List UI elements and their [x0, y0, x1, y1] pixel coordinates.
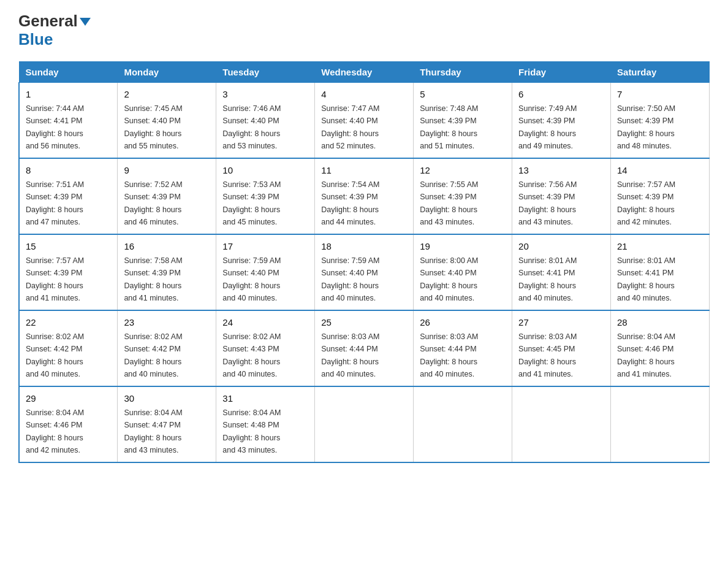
day-number: 5: [420, 88, 506, 102]
day-info: Sunrise: 7:44 AMSunset: 4:41 PMDaylight:…: [26, 104, 84, 150]
day-number: 25: [321, 316, 407, 330]
day-info: Sunrise: 7:57 AMSunset: 4:39 PMDaylight:…: [26, 256, 84, 302]
day-info: Sunrise: 8:00 AMSunset: 4:40 PMDaylight:…: [420, 256, 478, 302]
day-info: Sunrise: 8:04 AMSunset: 4:46 PMDaylight:…: [617, 332, 675, 378]
day-info: Sunrise: 7:51 AMSunset: 4:39 PMDaylight:…: [26, 180, 84, 226]
day-number: 3: [222, 88, 308, 102]
weekday-header-wednesday: Wednesday: [315, 61, 414, 82]
day-info: Sunrise: 8:04 AMSunset: 4:46 PMDaylight:…: [26, 408, 84, 454]
day-cell: 20Sunrise: 8:01 AMSunset: 4:41 PMDayligh…: [512, 234, 611, 310]
day-number: 13: [518, 164, 604, 178]
day-number: 18: [321, 240, 407, 254]
day-cell: 5Sunrise: 7:48 AMSunset: 4:39 PMDaylight…: [414, 82, 512, 158]
week-row-4: 22Sunrise: 8:02 AMSunset: 4:42 PMDayligh…: [19, 310, 710, 386]
day-cell: [414, 386, 512, 462]
day-number: 17: [222, 240, 308, 254]
day-cell: 30Sunrise: 8:04 AMSunset: 4:47 PMDayligh…: [118, 386, 216, 462]
day-info: Sunrise: 8:01 AMSunset: 4:41 PMDaylight:…: [518, 256, 577, 302]
day-info: Sunrise: 7:52 AMSunset: 4:39 PMDaylight:…: [124, 180, 182, 226]
day-info: Sunrise: 8:03 AMSunset: 4:45 PMDaylight:…: [518, 332, 577, 378]
logo-blue: Blue: [18, 30, 53, 48]
day-cell: 13Sunrise: 7:56 AMSunset: 4:39 PMDayligh…: [512, 158, 611, 234]
day-info: Sunrise: 8:03 AMSunset: 4:44 PMDaylight:…: [321, 332, 379, 378]
day-number: 6: [518, 88, 604, 102]
day-cell: 4Sunrise: 7:47 AMSunset: 4:40 PMDaylight…: [315, 82, 414, 158]
day-cell: [611, 386, 710, 462]
day-cell: 31Sunrise: 8:04 AMSunset: 4:48 PMDayligh…: [216, 386, 315, 462]
day-cell: 21Sunrise: 8:01 AMSunset: 4:41 PMDayligh…: [611, 234, 710, 310]
page-header: General Blue: [18, 12, 710, 49]
day-info: Sunrise: 7:59 AMSunset: 4:40 PMDaylight:…: [222, 256, 281, 302]
day-number: 22: [26, 316, 111, 330]
day-number: 24: [222, 316, 308, 330]
day-number: 28: [617, 316, 703, 330]
day-number: 21: [617, 240, 703, 254]
day-number: 15: [26, 240, 111, 254]
day-cell: 14Sunrise: 7:57 AMSunset: 4:39 PMDayligh…: [611, 158, 710, 234]
day-number: 14: [617, 164, 703, 178]
day-number: 10: [222, 164, 308, 178]
day-info: Sunrise: 7:46 AMSunset: 4:40 PMDaylight:…: [222, 104, 281, 150]
day-number: 20: [518, 240, 604, 254]
weekday-header-sunday: Sunday: [19, 61, 118, 82]
logo-general: General: [18, 12, 78, 30]
day-info: Sunrise: 7:53 AMSunset: 4:39 PMDaylight:…: [222, 180, 281, 226]
day-number: 29: [26, 392, 111, 406]
day-cell: 1Sunrise: 7:44 AMSunset: 4:41 PMDaylight…: [19, 82, 118, 158]
day-number: 26: [420, 316, 506, 330]
day-cell: 9Sunrise: 7:52 AMSunset: 4:39 PMDaylight…: [118, 158, 216, 234]
day-cell: 6Sunrise: 7:49 AMSunset: 4:39 PMDaylight…: [512, 82, 611, 158]
day-cell: 18Sunrise: 7:59 AMSunset: 4:40 PMDayligh…: [315, 234, 414, 310]
weekday-header-friday: Friday: [512, 61, 611, 82]
day-number: 23: [124, 316, 210, 330]
day-info: Sunrise: 7:45 AMSunset: 4:40 PMDaylight:…: [124, 104, 182, 150]
day-cell: 25Sunrise: 8:03 AMSunset: 4:44 PMDayligh…: [315, 310, 414, 386]
weekday-header-monday: Monday: [118, 61, 216, 82]
day-cell: 26Sunrise: 8:03 AMSunset: 4:44 PMDayligh…: [414, 310, 512, 386]
day-number: 31: [222, 392, 308, 406]
day-info: Sunrise: 7:57 AMSunset: 4:39 PMDaylight:…: [617, 180, 675, 226]
day-number: 4: [321, 88, 407, 102]
day-info: Sunrise: 7:49 AMSunset: 4:39 PMDaylight:…: [518, 104, 577, 150]
day-info: Sunrise: 7:47 AMSunset: 4:40 PMDaylight:…: [321, 104, 379, 150]
day-cell: 28Sunrise: 8:04 AMSunset: 4:46 PMDayligh…: [611, 310, 710, 386]
day-info: Sunrise: 7:59 AMSunset: 4:40 PMDaylight:…: [321, 256, 379, 302]
day-info: Sunrise: 8:04 AMSunset: 4:48 PMDaylight:…: [222, 408, 281, 454]
day-cell: 15Sunrise: 7:57 AMSunset: 4:39 PMDayligh…: [19, 234, 118, 310]
day-info: Sunrise: 8:04 AMSunset: 4:47 PMDaylight:…: [124, 408, 182, 454]
day-number: 30: [124, 392, 210, 406]
day-info: Sunrise: 7:58 AMSunset: 4:39 PMDaylight:…: [124, 256, 182, 302]
weekday-header-tuesday: Tuesday: [216, 61, 315, 82]
day-info: Sunrise: 7:48 AMSunset: 4:39 PMDaylight:…: [420, 104, 478, 150]
day-info: Sunrise: 7:54 AMSunset: 4:39 PMDaylight:…: [321, 180, 379, 226]
day-cell: [512, 386, 611, 462]
day-cell: 17Sunrise: 7:59 AMSunset: 4:40 PMDayligh…: [216, 234, 315, 310]
day-number: 11: [321, 164, 407, 178]
day-number: 9: [124, 164, 210, 178]
day-cell: 29Sunrise: 8:04 AMSunset: 4:46 PMDayligh…: [19, 386, 118, 462]
weekday-header-thursday: Thursday: [414, 61, 512, 82]
day-number: 27: [518, 316, 604, 330]
day-cell: 10Sunrise: 7:53 AMSunset: 4:39 PMDayligh…: [216, 158, 315, 234]
day-cell: 16Sunrise: 7:58 AMSunset: 4:39 PMDayligh…: [118, 234, 216, 310]
weekday-header-row: SundayMondayTuesdayWednesdayThursdayFrid…: [19, 61, 710, 82]
weekday-header-saturday: Saturday: [611, 61, 710, 82]
day-cell: 7Sunrise: 7:50 AMSunset: 4:39 PMDaylight…: [611, 82, 710, 158]
day-cell: [315, 386, 414, 462]
day-number: 19: [420, 240, 506, 254]
day-number: 1: [26, 88, 111, 102]
logo: General Blue: [18, 12, 91, 49]
day-number: 2: [124, 88, 210, 102]
day-number: 12: [420, 164, 506, 178]
day-cell: 11Sunrise: 7:54 AMSunset: 4:39 PMDayligh…: [315, 158, 414, 234]
day-info: Sunrise: 8:02 AMSunset: 4:42 PMDaylight:…: [124, 332, 182, 378]
day-info: Sunrise: 8:02 AMSunset: 4:42 PMDaylight:…: [26, 332, 84, 378]
day-info: Sunrise: 7:50 AMSunset: 4:39 PMDaylight:…: [617, 104, 675, 150]
logo-triangle-icon: [80, 18, 91, 26]
week-row-1: 1Sunrise: 7:44 AMSunset: 4:41 PMDaylight…: [19, 82, 710, 158]
day-number: 7: [617, 88, 703, 102]
week-row-5: 29Sunrise: 8:04 AMSunset: 4:46 PMDayligh…: [19, 386, 710, 462]
calendar-table: SundayMondayTuesdayWednesdayThursdayFrid…: [18, 61, 710, 463]
day-info: Sunrise: 8:01 AMSunset: 4:41 PMDaylight:…: [617, 256, 675, 302]
week-row-2: 8Sunrise: 7:51 AMSunset: 4:39 PMDaylight…: [19, 158, 710, 234]
